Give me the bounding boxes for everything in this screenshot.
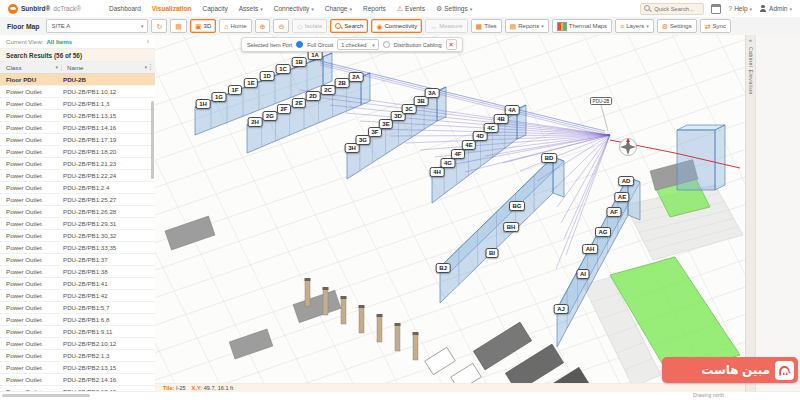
rack-label-bi[interactable]: BI [486, 248, 499, 258]
quick-search-input[interactable] [652, 5, 700, 13]
rack-label-ai[interactable]: AI [577, 269, 590, 279]
close-icon[interactable]: × [446, 39, 457, 50]
column-class[interactable]: Class ▾ [0, 64, 62, 71]
rack-label-ag[interactable]: AG [595, 227, 611, 237]
table-row[interactable]: Power OutletPDU-2B/PB1:25,27 [0, 194, 155, 206]
site-selector[interactable]: SITE A ▾ [46, 19, 148, 33]
table-row[interactable]: Power OutletPDU-2B/PB1:33,35 [0, 242, 155, 254]
rack-label-aj[interactable]: AJ [554, 304, 569, 314]
rack-label-3a[interactable]: 3A [425, 88, 440, 98]
rack-label-af[interactable]: AF [607, 207, 622, 217]
settings-button[interactable]: ⚙Settings [657, 19, 697, 33]
home-button[interactable]: ⌂Home [219, 19, 251, 33]
rack-label-bh[interactable]: BH [503, 222, 519, 232]
nav-item-dashboard[interactable]: Dashboard [109, 5, 141, 12]
rack-label-1e[interactable]: 1E [244, 78, 258, 88]
table-row[interactable]: Power OutletPDU-2B/PB1:2,4 [0, 182, 155, 194]
sync-button[interactable]: ⇄Sync [700, 19, 731, 33]
rack-label-2h[interactable]: 2H [248, 117, 263, 127]
table-row[interactable]: Power OutletPDU-2B/PB2:14,16 [0, 374, 155, 386]
3d-button[interactable]: ▣3D [190, 19, 216, 33]
zoom-out-button[interactable]: ⊖ [273, 19, 289, 33]
table-row[interactable]: Power OutletPDU-2B/PB1:38 [0, 266, 155, 278]
help-menu[interactable]: ? Help ▾ [728, 5, 752, 12]
table-row[interactable]: Power OutletPDU-2B/PB2:1,3 [0, 350, 155, 362]
table-row[interactable]: Power OutletPDU-2B/PB1:14,16 [0, 122, 155, 134]
rack-label-1g[interactable]: 1G [211, 92, 226, 102]
cabinet-elevation-tab[interactable]: « Cabinet Elevation [745, 35, 756, 392]
rack-label-4h[interactable]: 4H [430, 167, 445, 177]
rack-label-bd[interactable]: BD [541, 153, 557, 163]
grid-menu-icon[interactable]: ⋮ [147, 63, 154, 71]
collapse-sidebar-icon[interactable]: ‹ [147, 38, 149, 45]
table-row[interactable]: Power OutletPDU-2B/PB1:41 [0, 278, 155, 290]
sidebar-horizontal-scrollbar[interactable] [2, 394, 90, 397]
nav-item-visualization[interactable]: Visualization [152, 5, 192, 12]
table-row[interactable]: Power OutletPDU-2B/PB1:5,7 [0, 302, 155, 314]
nav-item-reports[interactable]: Reports [363, 5, 386, 12]
zoom-in-button[interactable]: ⊕ [255, 19, 271, 33]
distribution-cabling-radio[interactable] [383, 41, 390, 48]
table-row[interactable]: Power OutletPDU-2B/PB1:26,28 [0, 206, 155, 218]
thermal-maps-button[interactable]: Thermal Maps [552, 19, 612, 33]
rack-label-bj[interactable]: BJ [436, 263, 451, 273]
nav-item-events[interactable]: ⚠Events [397, 5, 425, 12]
nav-item-change[interactable]: Change▾ [325, 5, 352, 12]
rack-label-1h[interactable]: 1H [196, 99, 211, 109]
table-row[interactable]: Power OutletPDU-2B/PB1:21,23 [0, 158, 155, 170]
rack-label-4g[interactable]: 4G [440, 158, 455, 168]
filter-caret-icon[interactable]: ▾ [55, 64, 58, 71]
table-row[interactable]: Power OutletPDU-2B/PB1:17,19 [0, 134, 155, 146]
layers-button[interactable]: ≡Layers▾ [615, 19, 654, 33]
search-button[interactable]: Search [330, 19, 368, 33]
rack-label-2f[interactable]: 2F [277, 104, 291, 114]
table-row[interactable]: Power OutletPDU-2B/PB1:30,32 [0, 230, 155, 242]
table-row[interactable]: Power OutletPDU-2B/PB1:37 [0, 254, 155, 266]
print-button[interactable]: ▤ [170, 19, 187, 33]
table-row[interactable]: Power OutletPDU-2B/PB1:29,31 [0, 218, 155, 230]
rack-label-1b[interactable]: 1B [292, 57, 307, 67]
table-row[interactable]: Power OutletPDU-2B/PB2:13,15 [0, 362, 155, 374]
rack-label-ae[interactable]: AE [614, 192, 629, 202]
rack-label-2c[interactable]: 2C [321, 85, 336, 95]
rack-label-4b[interactable]: 4B [494, 114, 509, 124]
rack-label-4a[interactable]: 4A [505, 105, 520, 115]
rack-label-2b[interactable]: 2B [335, 78, 350, 88]
current-view-value[interactable]: All Items [46, 38, 72, 45]
nav-item-settings[interactable]: ⚙Settings▾ [436, 5, 472, 12]
refresh-button[interactable]: ↻ [151, 19, 167, 33]
nav-item-connectivity[interactable]: Connectivity▾ [274, 5, 314, 12]
rack-label-2a[interactable]: 2A [349, 72, 364, 82]
table-row[interactable]: Power OutletPDU-2B/PB1:22,24 [0, 170, 155, 182]
rack-label-ad[interactable]: AD [618, 176, 634, 186]
table-row[interactable]: Power OutletPDU-2B/PB1:6,8 [0, 314, 155, 326]
rack-label-1f[interactable]: 1F [228, 85, 242, 95]
nav-item-capacity[interactable]: Capacity [202, 5, 227, 12]
rack-label-ah[interactable]: AH [582, 244, 598, 254]
table-row[interactable]: Floor PDUPDU-2B [0, 74, 155, 86]
sidebar-vertical-scrollbar[interactable] [151, 101, 154, 179]
brand[interactable]: Sunbird® dcTrack® [0, 4, 91, 14]
calendar-icon[interactable] [711, 4, 721, 14]
full-circuit-radio[interactable] [296, 41, 303, 48]
rack-label-4c[interactable]: 4C [484, 123, 499, 133]
checked-dropdown[interactable]: 1 checked ▾ [337, 39, 379, 50]
rack-label-2e[interactable]: 2E [292, 98, 306, 108]
expand-panel-icon[interactable]: « [746, 37, 755, 43]
connectivity-button[interactable]: ◉Connectivity [371, 19, 422, 33]
rack-label-2d[interactable]: 2D [306, 91, 321, 101]
rack-label-4f[interactable]: 4F [451, 149, 465, 159]
column-name[interactable]: Name ▾ [62, 64, 155, 71]
rack-label-4e[interactable]: 4E [462, 140, 476, 150]
user-menu[interactable]: Admin ▾ [759, 5, 792, 13]
table-row[interactable]: Power OutletPDU-2B/PB1:1,3 [0, 98, 155, 110]
rack-label-1c[interactable]: 1C [276, 64, 291, 74]
measure-button[interactable]: ↔Measure [425, 19, 467, 33]
table-row[interactable]: Power OutletPDU-2B/PB1:9,11 [0, 326, 155, 338]
reports-button[interactable]: ▤Reports▾ [505, 19, 549, 33]
isolate-button[interactable]: ◇Isolate [292, 19, 327, 33]
tiles-button[interactable]: ▦Tiles [471, 19, 502, 33]
nav-item-assets[interactable]: Assets▾ [239, 5, 263, 12]
rack-label-1d[interactable]: 1D [260, 71, 275, 81]
rack-label-bg[interactable]: BG [509, 201, 525, 211]
